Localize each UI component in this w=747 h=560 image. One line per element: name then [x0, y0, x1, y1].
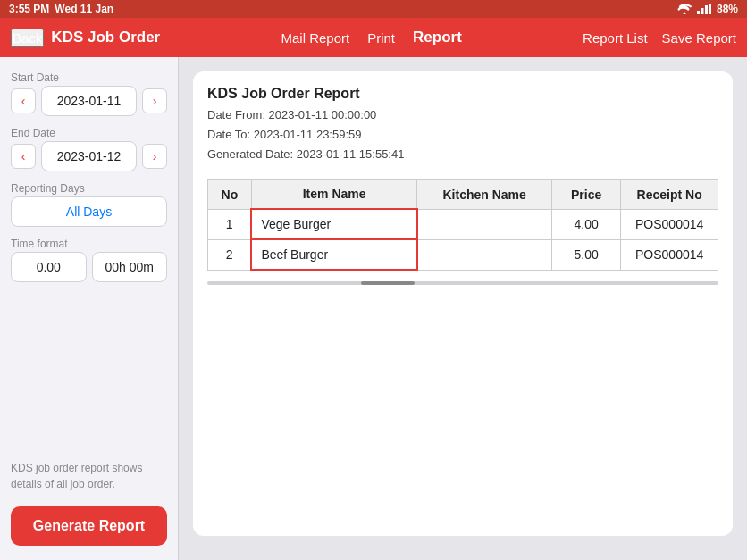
toolbar-right-actions: Report List Save Report: [583, 30, 736, 46]
cell-price: 4.00: [551, 209, 620, 239]
cell-receipt-no: POS000014: [621, 209, 718, 239]
col-header-kitchen-name: Kitchen Name: [417, 180, 552, 210]
reporting-days-label: Reporting Days: [11, 182, 167, 195]
time-from-input[interactable]: 0.00: [11, 252, 87, 282]
svg-rect-1: [701, 8, 703, 14]
table-header-row: No Item Name Kitchen Name Price Receipt …: [208, 180, 718, 210]
start-date-row: ‹ 2023-01-11 ›: [11, 86, 167, 116]
main-layout: Start Date ‹ 2023-01-11 › End Date ‹ 202…: [0, 57, 747, 560]
toolbar-title: KDS Job Order: [51, 29, 160, 46]
col-header-receipt-no: Receipt No: [621, 180, 718, 210]
time-format-row: 0.00 00h 00m: [11, 252, 167, 282]
report-scrollbar[interactable]: [207, 281, 718, 285]
time-format-label: Time format: [11, 238, 167, 250]
cell-kitchen-name: [417, 239, 552, 270]
battery-level: 88%: [717, 3, 738, 15]
reporting-days-section: Reporting Days All Days: [11, 182, 167, 227]
report-scrollbar-thumb: [361, 281, 415, 285]
report-card: KDS Job Order Report Date From: 2023-01-…: [193, 71, 733, 536]
table-row: 1 Vege Burger 4.00 POS000014: [208, 209, 718, 239]
cell-receipt-no: POS000014: [621, 239, 718, 270]
end-date-prev-button[interactable]: ‹: [11, 144, 36, 169]
report-date-to: Date To: 2023-01-11 23:59:59: [207, 125, 718, 145]
signal-icon: [697, 4, 711, 14]
cell-no: 1: [208, 209, 252, 239]
col-header-price: Price: [551, 180, 620, 210]
svg-rect-3: [709, 4, 711, 14]
cell-item-name: Vege Burger: [251, 209, 416, 239]
start-date-input[interactable]: 2023-01-11: [41, 86, 137, 116]
report-content: KDS Job Order Report Date From: 2023-01-…: [179, 57, 747, 560]
table-header: No Item Name Kitchen Name Price Receipt …: [208, 180, 718, 210]
back-button[interactable]: Back: [11, 29, 44, 47]
table-row: 2 Beef Burger 5.00 POS000014: [208, 239, 718, 270]
start-date-label: Start Date: [11, 71, 167, 84]
status-bar-right: 88%: [677, 3, 738, 15]
wifi-icon: [677, 4, 692, 14]
report-label: Report: [413, 29, 462, 46]
col-header-no: No: [208, 180, 252, 210]
col-header-item-name: Item Name: [251, 180, 416, 210]
time-format-section: Time format 0.00 00h 00m: [11, 238, 167, 282]
report-title: KDS Job Order Report: [207, 86, 718, 102]
reporting-days-button[interactable]: All Days: [11, 196, 167, 227]
report-generated-date: Generated Date: 2023-01-11 15:55:41: [207, 145, 718, 164]
cell-item-name: Beef Burger: [251, 239, 416, 270]
end-date-section: End Date ‹ 2023-01-12 ›: [11, 127, 167, 171]
status-day: Wed 11 Jan: [55, 3, 113, 15]
end-date-row: ‹ 2023-01-12 ›: [11, 141, 167, 171]
save-report-button[interactable]: Save Report: [662, 30, 736, 46]
toolbar-actions: Mail Report Print Report: [281, 29, 461, 46]
report-list-button[interactable]: Report List: [583, 30, 648, 46]
print-button[interactable]: Print: [367, 30, 395, 46]
start-date-prev-button[interactable]: ‹: [11, 88, 36, 113]
report-date-from: Date From: 2023-01-11 00:00:00: [207, 105, 718, 125]
report-meta: Date From: 2023-01-11 00:00:00 Date To: …: [207, 105, 718, 164]
cell-kitchen-name: [417, 209, 552, 239]
end-date-label: End Date: [11, 127, 167, 139]
end-date-input[interactable]: 2023-01-12: [41, 141, 137, 171]
start-date-section: Start Date ‹ 2023-01-11 ›: [11, 71, 167, 116]
generate-report-button[interactable]: Generate Report: [11, 506, 167, 546]
status-bar: 3:55 PM Wed 11 Jan 88%: [0, 0, 747, 18]
table-body: 1 Vege Burger 4.00 POS000014 2 Beef Burg…: [208, 209, 718, 270]
start-date-next-button[interactable]: ›: [142, 88, 167, 113]
cell-no: 2: [208, 239, 252, 270]
time-to-input[interactable]: 00h 00m: [92, 252, 168, 282]
sidebar: Start Date ‹ 2023-01-11 › End Date ‹ 202…: [0, 57, 179, 560]
svg-rect-2: [705, 5, 708, 14]
cell-price: 5.00: [551, 239, 620, 270]
toolbar: Back KDS Job Order Mail Report Print Rep…: [0, 18, 747, 57]
report-table: No Item Name Kitchen Name Price Receipt …: [207, 179, 718, 271]
status-time: 3:55 PM: [9, 3, 49, 15]
status-bar-left: 3:55 PM Wed 11 Jan: [9, 3, 113, 15]
svg-rect-0: [697, 11, 700, 14]
end-date-next-button[interactable]: ›: [142, 144, 167, 169]
mail-report-button[interactable]: Mail Report: [281, 30, 349, 46]
